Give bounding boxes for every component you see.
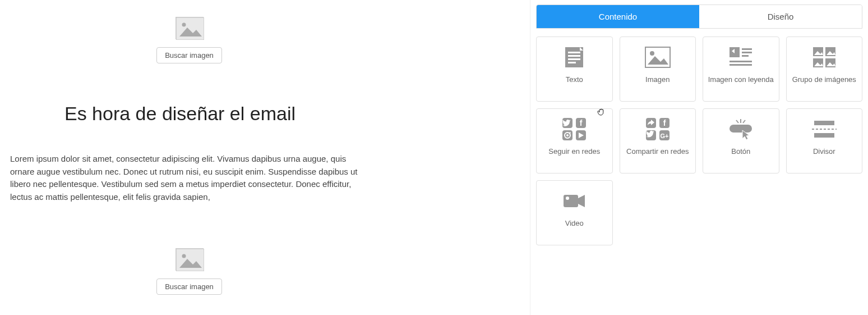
block-label: Divisor bbox=[813, 147, 835, 157]
tab-design[interactable]: Diseño bbox=[699, 5, 862, 28]
panel-tabs: Contenido Diseño bbox=[536, 4, 862, 29]
block-image-group[interactable]: Grupo de imágenes bbox=[786, 36, 863, 102]
svg-text:G+: G+ bbox=[660, 133, 668, 139]
block-label: Video bbox=[565, 219, 584, 229]
block-label: Imagen con leyenda bbox=[708, 75, 774, 85]
tab-content[interactable]: Contenido bbox=[537, 5, 699, 28]
svg-line-45 bbox=[736, 120, 738, 123]
svg-text:f: f bbox=[580, 118, 583, 127]
text-icon bbox=[561, 45, 588, 70]
block-text[interactable]: Texto bbox=[536, 36, 613, 102]
image-block-top: Buscar imagen bbox=[0, 17, 530, 63]
svg-rect-11 bbox=[568, 62, 576, 63]
block-label: Grupo de imágenes bbox=[792, 75, 856, 85]
svg-marker-14 bbox=[648, 56, 668, 65]
social-share-icon: f G+ bbox=[644, 117, 671, 141]
block-label: Imagen bbox=[645, 75, 670, 85]
block-divider[interactable]: Divisor bbox=[786, 108, 863, 174]
svg-rect-53 bbox=[564, 195, 578, 207]
video-icon bbox=[561, 189, 588, 213]
svg-rect-48 bbox=[730, 125, 752, 133]
image-icon bbox=[644, 45, 671, 70]
svg-rect-10 bbox=[568, 58, 580, 60]
svg-rect-20 bbox=[730, 61, 752, 62]
svg-text:f: f bbox=[663, 118, 666, 127]
email-heading[interactable]: Es hora de diseñar el email bbox=[64, 103, 530, 125]
block-follow[interactable]: f Seguir en redes bbox=[536, 108, 613, 174]
divider-icon bbox=[811, 117, 838, 141]
email-body-text[interactable]: Lorem ipsum dolor sit amet, consectetur … bbox=[10, 153, 369, 203]
browse-image-button[interactable]: Buscar imagen bbox=[156, 47, 222, 63]
image-caption-icon bbox=[727, 45, 754, 70]
block-image[interactable]: Imagen bbox=[620, 36, 696, 102]
block-video[interactable]: Video bbox=[536, 180, 613, 245]
side-panel: Contenido Diseño Texto Imagen Imagen con… bbox=[530, 0, 868, 315]
svg-rect-52 bbox=[814, 133, 834, 138]
svg-point-37 bbox=[569, 132, 571, 134]
svg-point-1 bbox=[182, 23, 186, 27]
svg-point-55 bbox=[566, 197, 569, 200]
social-follow-icon: f bbox=[561, 117, 588, 141]
image-placeholder-icon bbox=[176, 17, 204, 39]
svg-point-13 bbox=[650, 51, 654, 56]
svg-rect-18 bbox=[742, 52, 752, 53]
block-label: Botón bbox=[731, 147, 750, 157]
svg-rect-50 bbox=[814, 121, 834, 125]
block-button[interactable]: Botón bbox=[703, 108, 779, 174]
svg-rect-9 bbox=[568, 55, 580, 57]
block-image-caption[interactable]: Imagen con leyenda bbox=[703, 36, 779, 102]
browse-image-button[interactable]: Buscar imagen bbox=[156, 279, 222, 295]
svg-line-47 bbox=[743, 120, 745, 123]
svg-marker-54 bbox=[578, 195, 585, 207]
image-group-icon bbox=[811, 45, 838, 70]
content-block-grid: Texto Imagen Imagen con leyenda Grupo de… bbox=[536, 36, 862, 245]
svg-rect-17 bbox=[742, 48, 752, 50]
svg-rect-21 bbox=[730, 64, 752, 66]
block-share[interactable]: f G+ Compartir en redes bbox=[620, 108, 696, 174]
image-placeholder-icon bbox=[176, 248, 204, 271]
button-icon bbox=[727, 117, 754, 141]
svg-rect-8 bbox=[568, 52, 580, 53]
block-label: Seguir en redes bbox=[548, 147, 600, 157]
block-label: Texto bbox=[566, 75, 583, 85]
email-canvas[interactable]: Buscar imagen Es hora de diseñar el emai… bbox=[0, 0, 530, 315]
svg-point-36 bbox=[566, 134, 569, 136]
svg-rect-19 bbox=[742, 55, 749, 57]
image-block-bottom: Buscar imagen bbox=[0, 248, 530, 295]
svg-point-4 bbox=[182, 254, 186, 258]
block-label: Compartir en redes bbox=[626, 147, 689, 157]
